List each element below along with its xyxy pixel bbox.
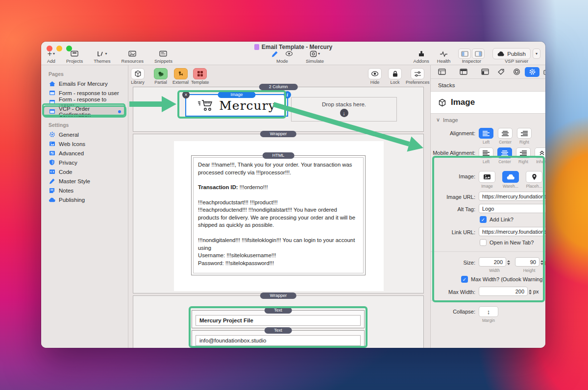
two-column-block[interactable]: 2 Column Image × i Mercury Drop stac <box>133 87 424 132</box>
mobile-align-center-button[interactable] <box>497 147 512 158</box>
drop-zone[interactable]: Drop stacks here. ↓ <box>291 97 397 122</box>
add-link-checkbox[interactable]: ✓ <box>480 216 487 223</box>
external-link-icon <box>177 71 184 77</box>
mobile-align-right-button[interactable] <box>516 147 531 158</box>
tab-copy[interactable] <box>539 67 545 77</box>
sidebar-item-code[interactable]: Code <box>44 167 125 176</box>
window-main: Pages Emails For Mercury Form - response… <box>41 65 545 348</box>
text-stack-handle[interactable]: Text <box>264 327 292 334</box>
hide-button[interactable]: Hide <box>368 68 382 85</box>
html-paragraph: !!!nondigitalend!!! !!!ifsiteloklogin!!!… <box>198 237 359 267</box>
sidebar-item-emails-for-mercury[interactable]: Emails For Mercury <box>44 79 125 88</box>
sidebar-item-web-icons[interactable]: Web Icons <box>44 139 125 148</box>
simulate-button[interactable]: ▾ Simulate <box>306 49 324 64</box>
open-new-tab-checkbox[interactable] <box>480 239 487 246</box>
text-stack-handle[interactable]: Text <box>264 307 292 314</box>
image-source-warehouse-button[interactable] <box>502 171 519 183</box>
mobile-align-inherit-button[interactable] <box>535 147 545 158</box>
inspector-subtitle: Stacks <box>431 79 545 92</box>
text-content[interactable]: info@foundationbox.studio <box>196 335 361 346</box>
tab-stack-settings[interactable] <box>525 67 539 77</box>
width-stepper[interactable] <box>507 257 510 267</box>
sidebar-item-master-style[interactable]: Master Style <box>44 176 125 186</box>
mobile-align-left-button[interactable] <box>479 147 493 158</box>
health-button[interactable]: Health <box>437 49 450 64</box>
publish-options-button[interactable]: ▾ <box>533 49 540 59</box>
desktop-wallpaper: { "window": { "title": "Email Template -… <box>0 0 588 390</box>
chevron-down-icon: ▾ <box>105 52 107 56</box>
text-content[interactable]: Mercury Project File <box>196 315 361 326</box>
sidebar-item-vcp-order-confirmation[interactable]: VCP - Order Confirmation <box>44 107 125 116</box>
text-stack-email[interactable]: Text info@foundationbox.studio <box>192 330 365 348</box>
image-stack-handle[interactable]: Image <box>218 92 255 98</box>
pages-section-header: Pages <box>41 70 128 79</box>
library-button[interactable]: Library <box>131 68 145 85</box>
image-source-image-button[interactable] <box>479 171 495 183</box>
wrapper-block-2[interactable]: Wrapper Text Mercury Project File Text i… <box>133 295 424 348</box>
align-center-button[interactable] <box>498 128 513 139</box>
max-width-checkbox[interactable]: ✓ <box>461 276 468 283</box>
template-button[interactable]: Template <box>191 68 209 85</box>
remove-stack-button[interactable]: × <box>182 91 190 98</box>
html-stack[interactable]: HTML Dear !!!name!!!, Thank you for your… <box>191 155 366 275</box>
height-stepper[interactable] <box>540 257 543 267</box>
sidebar-item-publishing[interactable]: Publishing <box>44 195 125 204</box>
sidebar-item-privacy[interactable]: Privacy <box>44 158 125 167</box>
align-right-icon <box>519 150 527 156</box>
preview-eye-icon[interactable] <box>285 51 293 56</box>
html-content[interactable]: Dear !!!name!!!, Thank you for your orde… <box>193 157 364 273</box>
tab-layout-inspector[interactable] <box>478 67 492 77</box>
addons-button[interactable]: Addons <box>414 49 429 64</box>
sidebar-item-advanced[interactable]: Advanced <box>44 148 125 158</box>
sidebar-item-general[interactable]: General <box>44 130 125 139</box>
width-field[interactable] <box>479 257 506 267</box>
publish-button[interactable]: Publish <box>492 48 531 59</box>
sidebar-item-notes[interactable]: Notes <box>44 186 125 195</box>
wrapper-block-1[interactable]: Wrapper HTML Dear !!!name!!!, Thank you … <box>133 134 424 293</box>
wrapper-stack-handle[interactable]: Wrapper <box>260 292 296 299</box>
max-width-field[interactable] <box>479 287 528 296</box>
info-button[interactable]: i <box>284 91 291 98</box>
right-panel-toggle-button[interactable] <box>472 49 485 59</box>
max-width-stepper[interactable] <box>529 287 532 296</box>
left-panel-icon <box>461 51 468 57</box>
wrapper-stack-handle[interactable]: Wrapper <box>260 131 296 137</box>
preferences-button[interactable]: Preferences <box>406 68 430 85</box>
image-url-field[interactable] <box>479 192 545 201</box>
cloud-icon <box>497 51 505 56</box>
image-stack-selected[interactable]: Image × i Mercury <box>185 94 288 117</box>
settings-section-header: Settings <box>41 121 128 130</box>
html-stack-handle[interactable]: HTML <box>263 152 294 159</box>
partial-button[interactable]: Partial <box>154 68 168 85</box>
layout-top-icon <box>438 69 446 75</box>
align-right-button[interactable] <box>517 128 532 139</box>
text-stack-title[interactable]: Text Mercury Project File <box>192 310 365 328</box>
inspector-panel: Stacks Image ∨ Image Alignment: Left Cen… <box>430 65 545 348</box>
mode-control[interactable]: Mode <box>271 49 293 64</box>
align-left-button[interactable] <box>479 128 493 139</box>
add-button[interactable]: +▾ Add <box>47 49 55 64</box>
alt-tag-field[interactable] <box>479 204 545 213</box>
shield-icon <box>49 159 55 166</box>
toolbar-left-group: +▾ Add Projects ▾ Themes Resources Snipp… <box>47 49 172 64</box>
link-url-field[interactable] <box>479 227 545 236</box>
projects-button[interactable]: Projects <box>66 49 83 64</box>
lock-button[interactable]: Lock <box>388 68 402 85</box>
image-source-placeholder-button[interactable] <box>526 171 542 183</box>
window-chrome: Email Template - Mercury +▾ Add Projects… <box>41 42 545 65</box>
tab-site-inspector[interactable] <box>456 67 471 77</box>
collapse-margin-button[interactable]: ↕ <box>479 306 498 317</box>
tab-page-inspector[interactable] <box>435 67 449 77</box>
image-section-header[interactable]: ∨ Image <box>431 114 545 126</box>
tab-metadata[interactable] <box>493 67 508 77</box>
height-field[interactable] <box>515 257 539 267</box>
external-button[interactable]: External <box>172 68 189 85</box>
snippets-button[interactable]: Snippets <box>154 49 172 64</box>
themes-button[interactable]: ▾ Themes <box>94 49 110 64</box>
resources-button[interactable]: Resources <box>122 49 144 64</box>
left-panel-toggle-button[interactable] <box>458 49 471 59</box>
two-column-stack-handle[interactable]: 2 Column <box>259 84 298 90</box>
tab-theme[interactable] <box>509 67 524 77</box>
edit-pencil-icon[interactable] <box>271 50 278 57</box>
code-icon <box>49 169 55 175</box>
